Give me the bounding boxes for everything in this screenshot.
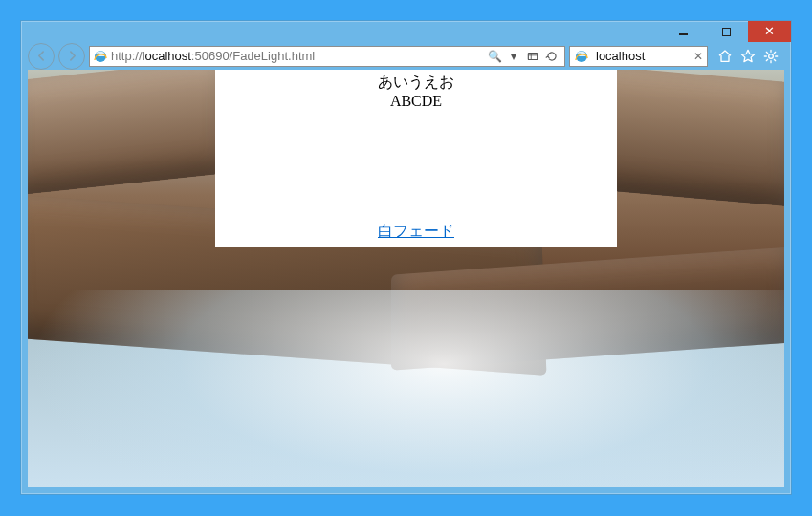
back-button[interactable]: [28, 43, 55, 70]
ie-icon: [93, 49, 108, 64]
gear-icon[interactable]: [763, 49, 779, 64]
svg-rect-1: [528, 53, 537, 59]
compat-icon[interactable]: [526, 50, 539, 63]
url-host: localhost: [143, 49, 191, 63]
favorites-icon[interactable]: [740, 49, 756, 64]
maximize-button[interactable]: [705, 21, 748, 42]
arrow-right-icon: [66, 50, 78, 62]
forward-button[interactable]: [58, 43, 85, 70]
refresh-icon[interactable]: [545, 50, 559, 63]
url-path: /FadeLight.html: [230, 49, 316, 63]
browser-window: http://localhost:50690/FadeLight.html 🔍 …: [20, 20, 792, 495]
url-port: :50690: [191, 49, 230, 63]
minimize-button[interactable]: [662, 21, 705, 42]
page-text-line1: あいうえお: [215, 73, 617, 93]
home-icon[interactable]: [717, 49, 733, 64]
tab-close-icon[interactable]: ✕: [693, 50, 703, 63]
background-mist: [28, 290, 784, 487]
titlebar: [21, 21, 791, 42]
close-button[interactable]: [748, 21, 791, 42]
background-rock: [28, 70, 229, 196]
svg-point-3: [769, 54, 774, 58]
url-scheme: http://: [111, 49, 143, 63]
address-bar-controls: 🔍 ▾: [485, 50, 561, 63]
tab[interactable]: localhost ✕: [569, 46, 708, 67]
address-bar[interactable]: http://localhost:50690/FadeLight.html 🔍 …: [89, 46, 565, 67]
tab-title: localhost: [596, 49, 690, 63]
page-text-line2: ABCDE: [215, 93, 617, 110]
fade-link[interactable]: 白フェード: [215, 222, 617, 242]
search-icon[interactable]: 🔍: [488, 50, 501, 63]
page-content: あいうえお ABCDE 白フェード: [215, 70, 617, 247]
viewport: あいうえお ABCDE 白フェード: [28, 70, 784, 487]
dropdown-icon[interactable]: ▾: [507, 50, 520, 63]
chrome-controls: [712, 49, 784, 64]
ie-icon: [574, 49, 589, 64]
arrow-left-icon: [35, 50, 48, 62]
url-text: http://localhost:50690/FadeLight.html: [111, 49, 485, 63]
toolbar: http://localhost:50690/FadeLight.html 🔍 …: [28, 42, 784, 70]
